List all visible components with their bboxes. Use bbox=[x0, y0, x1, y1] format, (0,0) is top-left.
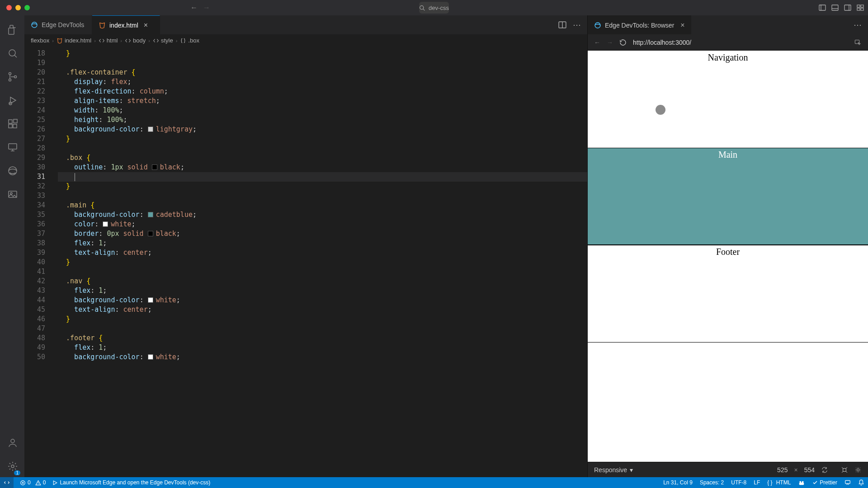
svg-rect-16 bbox=[13, 124, 17, 128]
browser-tab[interactable]: Edge DevTools: Browser × bbox=[588, 15, 691, 34]
split-editor-icon[interactable] bbox=[558, 21, 566, 29]
browser-tab-label: Edge DevTools: Browser bbox=[605, 22, 674, 29]
indentation-status[interactable]: Spaces: 2 bbox=[700, 479, 724, 486]
tab-label: Edge DevTools bbox=[42, 21, 84, 28]
panel-left-icon[interactable] bbox=[818, 4, 826, 12]
prettier-status[interactable]: Prettier bbox=[812, 479, 837, 486]
close-icon[interactable]: × bbox=[680, 21, 684, 29]
edge-icon bbox=[31, 21, 38, 28]
breadcrumb[interactable]: flexbox›index.html›html›body›style›.box bbox=[24, 34, 587, 47]
breadcrumb-icon bbox=[125, 38, 131, 44]
browser-forward-icon[interactable]: → bbox=[607, 39, 613, 46]
images-icon[interactable] bbox=[1, 183, 23, 205]
nav-back-icon[interactable]: ← bbox=[190, 4, 198, 12]
source-control-icon[interactable] bbox=[1, 66, 23, 88]
layout-controls bbox=[818, 4, 864, 12]
rotate-icon[interactable] bbox=[821, 466, 828, 474]
preview-main-label: Main bbox=[588, 148, 868, 160]
svg-rect-18 bbox=[9, 144, 17, 149]
chevron-right-icon: › bbox=[120, 38, 122, 43]
encoding-status[interactable]: UTF-8 bbox=[731, 479, 746, 486]
explorer-icon[interactable] bbox=[1, 19, 23, 41]
close-icon[interactable]: × bbox=[144, 21, 148, 29]
preview-nav-section: Navigation bbox=[588, 51, 868, 148]
browser-back-icon[interactable]: ← bbox=[594, 39, 600, 46]
editor-pane: Edge DevToolsindex.html× ⋯ flexbox›index… bbox=[24, 15, 588, 477]
svg-rect-14 bbox=[9, 120, 12, 123]
titlebar: ← → dev-css bbox=[0, 0, 868, 15]
code-area[interactable]: } .flex-container { display: flex; flex-… bbox=[53, 47, 587, 477]
emulate-css-icon[interactable] bbox=[854, 466, 862, 474]
customize-layout-icon[interactable] bbox=[856, 4, 864, 12]
chevron-right-icon: › bbox=[52, 38, 54, 43]
svg-point-26 bbox=[595, 23, 600, 28]
html-icon bbox=[99, 22, 106, 29]
device-mode-select[interactable]: Responsive ▾ bbox=[594, 466, 633, 474]
preview-footer-label: Footer bbox=[588, 245, 868, 257]
more-actions-icon[interactable]: ⋯ bbox=[854, 20, 862, 30]
viewport-width[interactable]: 525 bbox=[777, 466, 788, 474]
remote-indicator[interactable] bbox=[0, 477, 14, 488]
chevron-down-icon: ▾ bbox=[630, 466, 633, 474]
svg-rect-15 bbox=[9, 124, 12, 128]
breadcrumb-label: body bbox=[133, 37, 146, 44]
viewport-height[interactable]: 554 bbox=[804, 466, 815, 474]
breadcrumb-icon bbox=[99, 38, 105, 44]
breadcrumb-item[interactable]: .box bbox=[180, 37, 199, 44]
dimension-separator-icon: × bbox=[794, 466, 797, 474]
problems-indicator[interactable]: 0 0 bbox=[20, 479, 46, 486]
svg-point-0 bbox=[420, 5, 424, 9]
svg-rect-4 bbox=[857, 5, 860, 7]
maximize-window-button[interactable] bbox=[24, 5, 30, 10]
command-center[interactable]: dev-css bbox=[419, 2, 449, 14]
chevron-right-icon: › bbox=[176, 38, 178, 43]
close-window-button[interactable] bbox=[6, 5, 12, 10]
launch-task-label: Launch Microsoft Edge and open the Edge … bbox=[60, 479, 210, 486]
breadcrumb-label: html bbox=[107, 37, 118, 44]
copilot-icon[interactable] bbox=[798, 479, 805, 486]
cursor-position[interactable]: Ln 31, Col 9 bbox=[663, 479, 693, 486]
settings-gear-icon[interactable]: 1 bbox=[1, 455, 23, 477]
launch-task-button[interactable]: Launch Microsoft Edge and open the Edge … bbox=[52, 479, 210, 486]
preview-main-section: Main bbox=[588, 148, 868, 245]
extensions-icon[interactable] bbox=[1, 113, 23, 135]
run-debug-icon[interactable] bbox=[1, 89, 23, 111]
language-mode[interactable]: { }HTML bbox=[767, 479, 791, 486]
minimize-window-button[interactable] bbox=[15, 5, 21, 10]
preview-viewport[interactable]: Navigation Main Footer bbox=[588, 51, 868, 462]
tab-label: index.html bbox=[109, 22, 138, 29]
svg-rect-1 bbox=[819, 5, 826, 10]
nav-forward-icon[interactable]: → bbox=[203, 4, 211, 12]
breadcrumb-item[interactable]: html bbox=[99, 37, 118, 44]
search-icon[interactable] bbox=[1, 42, 23, 64]
url-text[interactable]: http://localhost:3000/ bbox=[633, 39, 691, 46]
device-mode-label: Responsive bbox=[594, 466, 627, 474]
breadcrumb-item[interactable]: body bbox=[125, 37, 146, 44]
breadcrumb-label: flexbox bbox=[31, 37, 49, 44]
edge-tools-icon[interactable] bbox=[1, 160, 23, 182]
browser-reload-icon[interactable] bbox=[619, 39, 627, 46]
remote-explorer-icon[interactable] bbox=[1, 136, 23, 158]
status-bar: 0 0 Launch Microsoft Edge and open the E… bbox=[0, 477, 868, 488]
breadcrumb-item[interactable]: index.html bbox=[57, 37, 91, 44]
activity-bar: 1 bbox=[0, 15, 24, 477]
breadcrumb-icon bbox=[180, 38, 186, 44]
eol-status[interactable]: LF bbox=[754, 479, 760, 486]
panel-bottom-icon[interactable] bbox=[831, 4, 839, 12]
panel-right-icon[interactable] bbox=[844, 4, 852, 12]
screenshot-icon[interactable] bbox=[841, 466, 848, 474]
accounts-icon[interactable] bbox=[1, 432, 23, 454]
breadcrumb-item[interactable]: style bbox=[153, 37, 173, 44]
main-row: 1 Edge DevToolsindex.html× ⋯ flexbox›ind… bbox=[0, 15, 868, 477]
feedback-icon[interactable] bbox=[844, 479, 851, 486]
more-actions-icon[interactable]: ⋯ bbox=[573, 20, 581, 30]
svg-rect-7 bbox=[861, 8, 863, 10]
editor-tab[interactable]: Edge DevTools bbox=[24, 15, 92, 34]
breadcrumb-item[interactable]: flexbox bbox=[31, 37, 49, 44]
editor-tab[interactable]: index.html× bbox=[92, 15, 160, 34]
language-mode-label: HTML bbox=[776, 479, 791, 486]
inspect-icon[interactable] bbox=[854, 39, 862, 46]
code-editor[interactable]: 1819202122232425262728293031323334353637… bbox=[24, 47, 587, 477]
svg-rect-34 bbox=[845, 480, 850, 483]
notifications-icon[interactable] bbox=[858, 479, 864, 486]
